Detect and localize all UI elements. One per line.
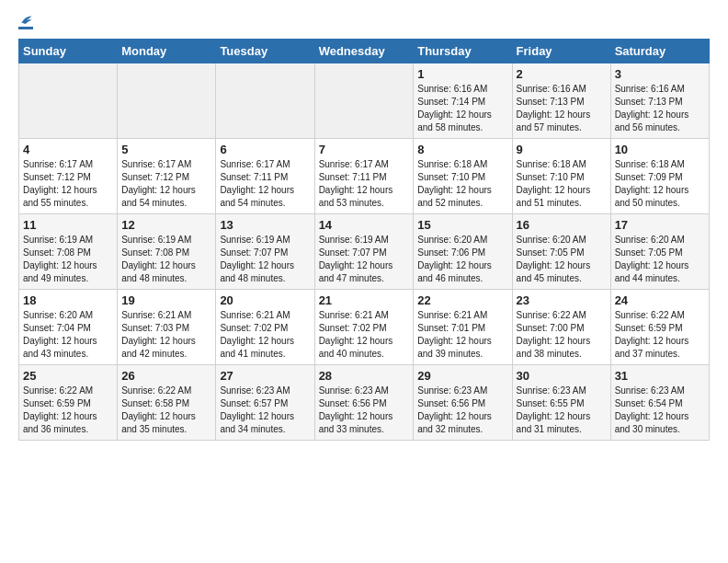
calendar-cell: 3Sunrise: 6:16 AM Sunset: 7:13 PM Daylig… (610, 63, 709, 139)
calendar-cell: 10Sunrise: 6:18 AM Sunset: 7:09 PM Dayli… (610, 139, 709, 214)
calendar-cell: 23Sunrise: 6:22 AM Sunset: 7:00 PM Dayli… (512, 290, 610, 365)
calendar-week-row: 18Sunrise: 6:20 AM Sunset: 7:04 PM Dayli… (19, 290, 710, 365)
calendar-cell (19, 63, 118, 139)
day-detail: Sunrise: 6:23 AM Sunset: 6:56 PM Dayligh… (319, 385, 410, 436)
day-detail: Sunrise: 6:17 AM Sunset: 7:12 PM Dayligh… (121, 158, 211, 210)
calendar-cell (216, 63, 314, 139)
calendar-cell: 25Sunrise: 6:22 AM Sunset: 6:59 PM Dayli… (19, 365, 118, 441)
day-number: 18 (23, 293, 113, 307)
day-detail: Sunrise: 6:22 AM Sunset: 7:00 PM Dayligh… (517, 309, 607, 361)
calendar-cell: 28Sunrise: 6:23 AM Sunset: 6:56 PM Dayli… (314, 365, 414, 441)
day-detail: Sunrise: 6:18 AM Sunset: 7:09 PM Dayligh… (615, 158, 705, 210)
calendar-cell: 15Sunrise: 6:20 AM Sunset: 7:06 PM Dayli… (414, 214, 512, 290)
day-detail: Sunrise: 6:22 AM Sunset: 6:59 PM Dayligh… (615, 309, 705, 361)
day-detail: Sunrise: 6:21 AM Sunset: 7:02 PM Dayligh… (319, 309, 410, 361)
calendar-day-header: Monday (118, 40, 216, 63)
day-detail: Sunrise: 6:22 AM Sunset: 6:59 PM Dayligh… (23, 385, 113, 436)
day-detail: Sunrise: 6:22 AM Sunset: 6:58 PM Dayligh… (121, 385, 211, 436)
calendar-day-header: Tuesday (216, 40, 314, 63)
day-number: 10 (615, 143, 705, 156)
day-detail: Sunrise: 6:23 AM Sunset: 6:55 PM Dayligh… (517, 385, 607, 436)
day-number: 6 (220, 143, 310, 156)
calendar-cell: 26Sunrise: 6:22 AM Sunset: 6:58 PM Dayli… (118, 365, 216, 441)
day-number: 17 (615, 218, 705, 232)
calendar-cell: 12Sunrise: 6:19 AM Sunset: 7:08 PM Dayli… (118, 214, 216, 290)
day-number: 28 (319, 369, 410, 383)
day-detail: Sunrise: 6:20 AM Sunset: 7:04 PM Dayligh… (23, 309, 113, 361)
day-detail: Sunrise: 6:23 AM Sunset: 6:56 PM Dayligh… (417, 385, 507, 436)
day-number: 1 (417, 67, 507, 81)
day-number: 23 (517, 293, 607, 307)
day-number: 27 (220, 369, 310, 383)
day-number: 22 (417, 293, 507, 307)
calendar-cell: 13Sunrise: 6:19 AM Sunset: 7:07 PM Dayli… (216, 214, 314, 290)
day-number: 8 (417, 143, 507, 156)
calendar-cell: 9Sunrise: 6:18 AM Sunset: 7:10 PM Daylig… (512, 139, 610, 214)
day-number: 12 (121, 218, 211, 232)
day-number: 31 (615, 369, 705, 383)
day-detail: Sunrise: 6:21 AM Sunset: 7:01 PM Dayligh… (417, 309, 507, 361)
calendar-table: SundayMondayTuesdayWednesdayThursdayFrid… (18, 39, 710, 441)
calendar-cell: 20Sunrise: 6:21 AM Sunset: 7:02 PM Dayli… (216, 290, 314, 365)
day-detail: Sunrise: 6:17 AM Sunset: 7:11 PM Dayligh… (220, 158, 310, 210)
day-number: 16 (517, 218, 607, 232)
calendar-cell (118, 63, 216, 139)
calendar-cell: 2Sunrise: 6:16 AM Sunset: 7:13 PM Daylig… (512, 63, 610, 139)
day-detail: Sunrise: 6:18 AM Sunset: 7:10 PM Dayligh… (417, 158, 507, 210)
day-detail: Sunrise: 6:17 AM Sunset: 7:11 PM Dayligh… (319, 158, 410, 210)
day-detail: Sunrise: 6:20 AM Sunset: 7:05 PM Dayligh… (517, 234, 607, 285)
header (18, 18, 710, 29)
day-number: 25 (23, 369, 113, 383)
calendar-body: 1Sunrise: 6:16 AM Sunset: 7:14 PM Daylig… (19, 63, 710, 441)
calendar-cell: 1Sunrise: 6:16 AM Sunset: 7:14 PM Daylig… (414, 63, 512, 139)
day-number: 9 (517, 143, 607, 156)
calendar-cell: 22Sunrise: 6:21 AM Sunset: 7:01 PM Dayli… (414, 290, 512, 365)
calendar-cell: 21Sunrise: 6:21 AM Sunset: 7:02 PM Dayli… (314, 290, 414, 365)
logo (18, 18, 33, 29)
logo-underline (18, 27, 33, 29)
day-detail: Sunrise: 6:21 AM Sunset: 7:03 PM Dayligh… (121, 309, 211, 361)
day-detail: Sunrise: 6:18 AM Sunset: 7:10 PM Dayligh… (517, 158, 607, 210)
day-number: 3 (615, 67, 705, 81)
calendar-header-row: SundayMondayTuesdayWednesdayThursdayFrid… (19, 40, 710, 63)
day-number: 30 (517, 369, 607, 383)
day-detail: Sunrise: 6:20 AM Sunset: 7:05 PM Dayligh… (615, 234, 705, 285)
calendar-cell: 8Sunrise: 6:18 AM Sunset: 7:10 PM Daylig… (414, 139, 512, 214)
day-detail: Sunrise: 6:20 AM Sunset: 7:06 PM Dayligh… (417, 234, 507, 285)
calendar-week-row: 25Sunrise: 6:22 AM Sunset: 6:59 PM Dayli… (19, 365, 710, 441)
calendar-week-row: 1Sunrise: 6:16 AM Sunset: 7:14 PM Daylig… (19, 63, 710, 139)
calendar-cell: 19Sunrise: 6:21 AM Sunset: 7:03 PM Dayli… (118, 290, 216, 365)
day-detail: Sunrise: 6:19 AM Sunset: 7:08 PM Dayligh… (121, 234, 211, 285)
calendar-week-row: 4Sunrise: 6:17 AM Sunset: 7:12 PM Daylig… (19, 139, 710, 214)
day-detail: Sunrise: 6:16 AM Sunset: 7:13 PM Dayligh… (517, 83, 607, 134)
day-detail: Sunrise: 6:23 AM Sunset: 6:54 PM Dayligh… (615, 385, 705, 436)
calendar-cell: 27Sunrise: 6:23 AM Sunset: 6:57 PM Dayli… (216, 365, 314, 441)
calendar-week-row: 11Sunrise: 6:19 AM Sunset: 7:08 PM Dayli… (19, 214, 710, 290)
day-number: 13 (220, 218, 310, 232)
day-number: 24 (615, 293, 705, 307)
calendar-cell: 17Sunrise: 6:20 AM Sunset: 7:05 PM Dayli… (610, 214, 709, 290)
calendar-cell: 24Sunrise: 6:22 AM Sunset: 6:59 PM Dayli… (610, 290, 709, 365)
day-number: 26 (121, 369, 211, 383)
calendar-cell: 6Sunrise: 6:17 AM Sunset: 7:11 PM Daylig… (216, 139, 314, 214)
calendar-cell (314, 63, 414, 139)
day-number: 4 (23, 143, 113, 156)
day-number: 15 (417, 218, 507, 232)
day-detail: Sunrise: 6:19 AM Sunset: 7:07 PM Dayligh… (220, 234, 310, 285)
day-number: 21 (319, 293, 410, 307)
calendar-day-header: Friday (512, 40, 610, 63)
calendar-cell: 30Sunrise: 6:23 AM Sunset: 6:55 PM Dayli… (512, 365, 610, 441)
day-number: 11 (23, 218, 113, 232)
calendar-cell: 16Sunrise: 6:20 AM Sunset: 7:05 PM Dayli… (512, 214, 610, 290)
day-detail: Sunrise: 6:19 AM Sunset: 7:08 PM Dayligh… (23, 234, 113, 285)
calendar-cell: 7Sunrise: 6:17 AM Sunset: 7:11 PM Daylig… (314, 139, 414, 214)
day-number: 29 (417, 369, 507, 383)
calendar-day-header: Sunday (19, 40, 118, 63)
day-detail: Sunrise: 6:16 AM Sunset: 7:14 PM Dayligh… (417, 83, 507, 134)
calendar-day-header: Thursday (414, 40, 512, 63)
day-detail: Sunrise: 6:19 AM Sunset: 7:07 PM Dayligh… (319, 234, 410, 285)
day-number: 7 (319, 143, 410, 156)
day-detail: Sunrise: 6:17 AM Sunset: 7:12 PM Dayligh… (23, 158, 113, 210)
day-number: 14 (319, 218, 410, 232)
calendar-day-header: Saturday (610, 40, 709, 63)
